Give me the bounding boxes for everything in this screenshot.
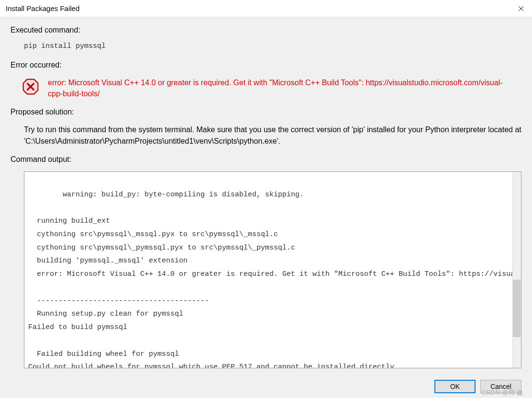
proposed-solution-text: Try to run this command from the system … [24, 124, 521, 146]
close-icon [518, 6, 524, 11]
command-output-box[interactable]: warning: build_py: byte-compiling is dis… [24, 171, 521, 368]
error-message: error: Microsoft Visual C++ 14.0 or grea… [48, 77, 507, 99]
cancel-button[interactable]: Cancel [480, 380, 521, 393]
command-output-text: warning: build_py: byte-compiling is dis… [28, 191, 515, 369]
error-row: error: Microsoft Visual C++ 14.0 or grea… [22, 77, 521, 99]
scrollbar-track[interactable] [512, 172, 521, 368]
executed-command-label: Executed command: [11, 26, 521, 34]
close-button[interactable] [510, 0, 532, 17]
dialog-window: Install Packages Failed Executed command… [0, 0, 532, 398]
scrollbar-thumb[interactable] [513, 280, 521, 337]
error-occurred-label: Error occurred: [11, 61, 521, 69]
titlebar: Install Packages Failed [0, 0, 532, 17]
command-output-label: Command output: [11, 155, 521, 164]
dialog-content: Executed command: pip install pymssql Er… [0, 17, 532, 374]
proposed-solution-label: Proposed solution: [11, 108, 521, 116]
executed-command-text: pip install pymssql [24, 42, 521, 50]
error-icon [22, 78, 39, 95]
ok-button[interactable]: OK [434, 380, 476, 393]
button-row: OK Cancel CSDN @邓 鑫 [0, 374, 532, 398]
window-title: Install Packages Failed [6, 4, 79, 12]
